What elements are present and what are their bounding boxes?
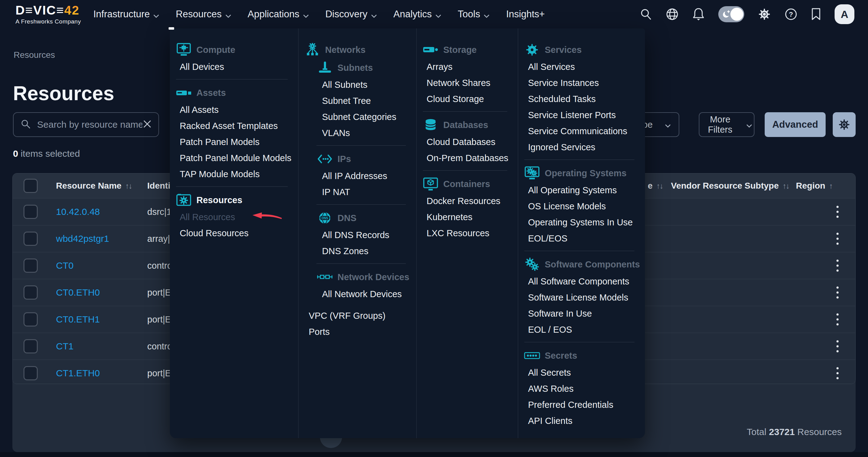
menu-item-all-resources[interactable]: All Resources <box>170 209 298 225</box>
menu-item-api-clients[interactable]: API Clients <box>518 413 645 429</box>
menu-item-os-license-models[interactable]: OS License Models <box>518 198 645 214</box>
user-avatar[interactable]: A <box>835 4 855 24</box>
row-actions-kebab-icon[interactable] <box>835 365 840 381</box>
resource-name-link[interactable]: CT0 <box>56 260 73 271</box>
network-devices-icon <box>316 270 333 284</box>
bookmark-icon[interactable] <box>811 8 821 21</box>
menu-item-eol-eos[interactable]: EOL/EOS <box>518 230 645 247</box>
globe-icon[interactable] <box>666 8 679 21</box>
nav-item-analytics[interactable]: Analytics <box>394 8 441 21</box>
row-checkbox[interactable] <box>24 366 38 380</box>
device42-logo[interactable]: D≡VIC≡42 A Freshworks Company <box>16 4 81 25</box>
nav-item-discovery[interactable]: Discovery <box>326 8 377 21</box>
row-actions-kebab-icon[interactable] <box>835 285 840 300</box>
menu-item-software-in-use[interactable]: Software In Use <box>518 305 645 322</box>
nav-item-tools[interactable]: Tools <box>458 8 489 21</box>
row-actions-kebab-icon[interactable] <box>835 231 840 247</box>
menu-item-all-dns-records[interactable]: All DNS Records <box>299 227 416 243</box>
menu-item-all-assets[interactable]: All Assets <box>170 102 298 118</box>
search-icon[interactable] <box>640 8 652 21</box>
row-actions-kebab-icon[interactable] <box>835 312 840 327</box>
menu-item-ignored-services[interactable]: Ignored Services <box>518 139 645 155</box>
menu-item-tap-module-models[interactable]: TAP Module Models <box>170 166 298 182</box>
resource-name-link[interactable]: CT0.ETH0 <box>56 287 100 298</box>
menu-item-patch-panel-module-models[interactable]: Patch Panel Module Models <box>170 150 298 166</box>
menu-item-cloud-resources[interactable]: Cloud Resources <box>170 225 298 241</box>
breadcrumb[interactable]: Resources <box>13 50 55 60</box>
table-settings-gear-button[interactable] <box>833 112 856 137</box>
menu-item-on-prem-databases[interactable]: On-Prem Databases <box>417 150 518 166</box>
row-checkbox[interactable] <box>24 232 38 246</box>
nav-item-insights[interactable]: Insights+ <box>506 9 545 20</box>
databases-icon <box>422 118 439 132</box>
more-filters-button[interactable]: More Filters <box>699 112 754 137</box>
menu-item-kubernetes[interactable]: Kubernetes <box>417 209 518 225</box>
menu-item-racked-asset-templates[interactable]: Racked Asset Templates <box>170 118 298 134</box>
menu-item-arrays[interactable]: Arrays <box>417 59 518 75</box>
row-checkbox[interactable] <box>24 312 38 327</box>
menu-item-all-software-components[interactable]: All Software Components <box>518 273 645 289</box>
menu-item-lxc-resources[interactable]: LXC Resources <box>417 225 518 241</box>
menu-item-all-subnets[interactable]: All Subnets <box>299 77 416 93</box>
column-header-region[interactable]: Region↑ <box>796 181 832 191</box>
column-header-e[interactable]: e↑↓ <box>648 181 663 191</box>
row-checkbox[interactable] <box>24 205 38 219</box>
search-input[interactable] <box>36 119 143 130</box>
menu-item-subnet-categories[interactable]: Subnet Categories <box>299 109 416 125</box>
column-header-resource-name[interactable]: Resource Name↑↓ <box>56 181 132 191</box>
menu-item-cloud-databases[interactable]: Cloud Databases <box>417 134 518 150</box>
menu-item-cloud-storage[interactable]: Cloud Storage <box>417 91 518 107</box>
select-all-checkbox[interactable] <box>24 179 38 193</box>
menu-item-service-listener-ports[interactable]: Service Listener Ports <box>518 107 645 123</box>
menu-divider <box>176 187 288 187</box>
row-actions-kebab-icon[interactable] <box>835 258 840 274</box>
column-header-vendor-resource-subtype[interactable]: Vendor Resource Subtype↑↓ <box>671 181 789 191</box>
row-actions-kebab-icon[interactable] <box>835 204 840 220</box>
resource-name-link[interactable]: wbd42pstgr1 <box>56 233 109 244</box>
menu-item-vlans[interactable]: VLANs <box>299 125 416 141</box>
menu-item-patch-panel-models[interactable]: Patch Panel Models <box>170 134 298 150</box>
menu-item-service-communications[interactable]: Service Communications <box>518 123 645 139</box>
menu-item-eol-eos[interactable]: EOL / EOS <box>518 322 645 338</box>
menu-item-all-operating-systems[interactable]: All Operating Systems <box>518 182 645 198</box>
menu-item-aws-roles[interactable]: AWS Roles <box>518 381 645 397</box>
theme-toggle[interactable] <box>718 6 744 22</box>
menu-item-all-ip-addresses[interactable]: All IP Addresses <box>299 168 416 184</box>
help-icon[interactable]: ? <box>784 8 798 21</box>
menu-item-software-license-models[interactable]: Software License Models <box>518 289 645 305</box>
row-checkbox[interactable] <box>24 259 38 273</box>
menu-item-ports[interactable]: Ports <box>299 324 416 340</box>
nav-item-resources[interactable]: Resources <box>176 8 231 21</box>
row-checkbox[interactable] <box>24 285 38 300</box>
nav-item-infrastructure[interactable]: Infrastructure <box>93 8 159 21</box>
menu-item-service-instances[interactable]: Service Instances <box>518 75 645 91</box>
compute-icon <box>176 43 192 57</box>
menu-item-all-network-devices[interactable]: All Network Devices <box>299 286 416 302</box>
resource-name-link[interactable]: CT1.ETH0 <box>56 368 100 379</box>
menu-item-dns-zones[interactable]: DNS Zones <box>299 243 416 259</box>
menu-item-scheduled-tasks[interactable]: Scheduled Tasks <box>518 91 645 107</box>
menu-item-operating-systems-in-use[interactable]: Operating Systems In Use <box>518 214 645 230</box>
resource-name-link[interactable]: 10.42.0.48 <box>56 206 100 217</box>
menu-item-subnet-tree[interactable]: Subnet Tree <box>299 93 416 109</box>
row-actions-kebab-icon[interactable] <box>835 338 840 354</box>
menu-item-all-services[interactable]: All Services <box>518 59 645 75</box>
resource-name-link[interactable]: CT1 <box>56 341 73 352</box>
menu-item-all-secrets[interactable]: All Secrets <box>518 364 645 381</box>
settings-gear-icon[interactable] <box>758 8 771 21</box>
menu-item-docker-resources[interactable]: Docker Resources <box>417 193 518 209</box>
clear-search-icon[interactable] <box>143 120 152 130</box>
table-total: Total 23721 Resources <box>747 427 842 437</box>
menu-item-vpc-vrf-groups[interactable]: VPC (VRF Groups) <box>299 308 416 324</box>
nav-item-applications[interactable]: Applications <box>248 8 309 21</box>
resource-name-link[interactable]: CT0.ETH1 <box>56 314 100 325</box>
menu-item-all-devices[interactable]: All Devices <box>170 59 298 75</box>
subnets-icon <box>316 61 333 74</box>
row-checkbox[interactable] <box>24 339 38 353</box>
menu-item-ip-nat[interactable]: IP NAT <box>299 184 416 200</box>
chevron-down-icon <box>665 119 671 130</box>
menu-item-network-shares[interactable]: Network Shares <box>417 75 518 91</box>
menu-item-preferred-credentials[interactable]: Preferred Credentials <box>518 397 645 413</box>
advanced-button[interactable]: Advanced <box>765 112 826 137</box>
notifications-bell-icon[interactable] <box>692 7 705 21</box>
